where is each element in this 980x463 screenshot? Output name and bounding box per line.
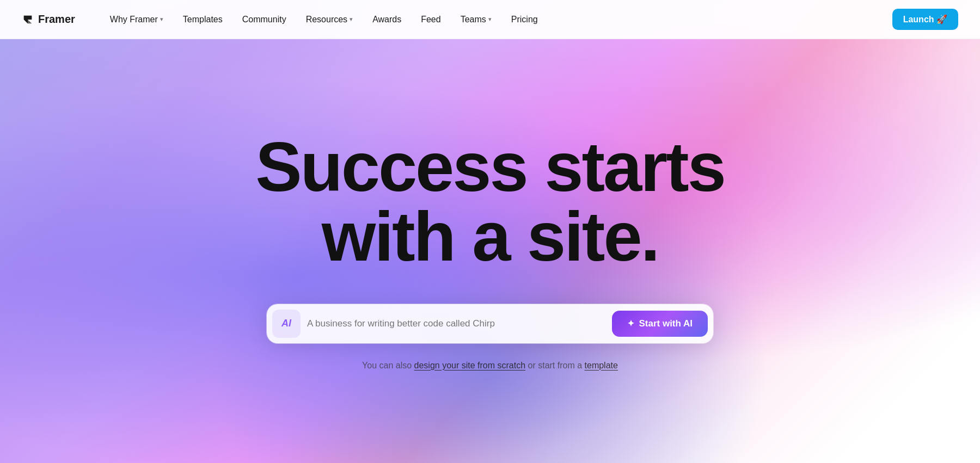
nav-links: Why Framer ▾ Templates Community Resourc… [101,10,892,29]
nav-item-why-framer[interactable]: Why Framer ▾ [101,10,172,29]
nav-logo[interactable]: Framer [22,13,75,26]
nav-item-pricing[interactable]: Pricing [503,10,547,29]
ai-search-input[interactable] [307,318,605,329]
nav-logo-text: Framer [38,13,75,26]
launch-button[interactable]: Launch 🚀 [892,9,958,30]
hero-title: Success starts with a site. [255,132,725,271]
chevron-down-icon: ▾ [350,16,353,23]
nav-item-awards[interactable]: Awards [364,10,410,29]
framer-logo-icon [22,14,34,26]
nav-item-resources[interactable]: Resources ▾ [297,10,362,29]
navigation: Framer Why Framer ▾ Templates Community … [0,0,980,39]
hero-section: Success starts with a site. AI ✦ Start w… [0,0,980,463]
ai-search-bar: AI ✦ Start with AI [267,304,713,343]
ai-icon: AI [281,318,291,329]
hero-content: Success starts with a site. AI ✦ Start w… [109,132,871,371]
sparkle-icon: ✦ [627,318,634,329]
nav-item-community[interactable]: Community [234,10,295,29]
chevron-down-icon: ▾ [488,16,492,23]
nav-item-feed[interactable]: Feed [412,10,449,29]
ai-icon-wrapper: AI [272,310,301,338]
template-link[interactable]: template [585,361,618,370]
start-with-ai-button[interactable]: ✦ Start with AI [612,311,708,337]
design-from-scratch-link[interactable]: design your site from scratch [414,361,526,370]
nav-item-templates[interactable]: Templates [174,10,231,29]
hero-subtext: You can also design your site from scrat… [362,361,618,371]
nav-item-teams[interactable]: Teams ▾ [452,10,500,29]
chevron-down-icon: ▾ [160,16,163,23]
